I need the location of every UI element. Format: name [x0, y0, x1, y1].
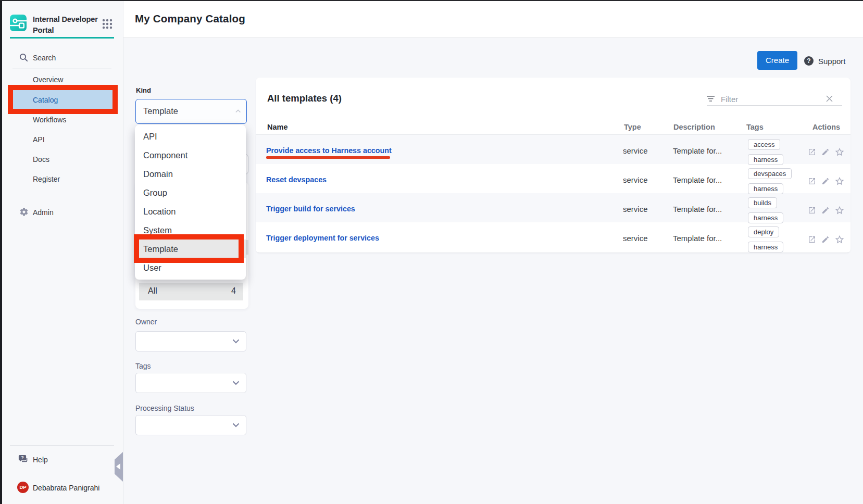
svg-text:?: ? [21, 455, 24, 460]
